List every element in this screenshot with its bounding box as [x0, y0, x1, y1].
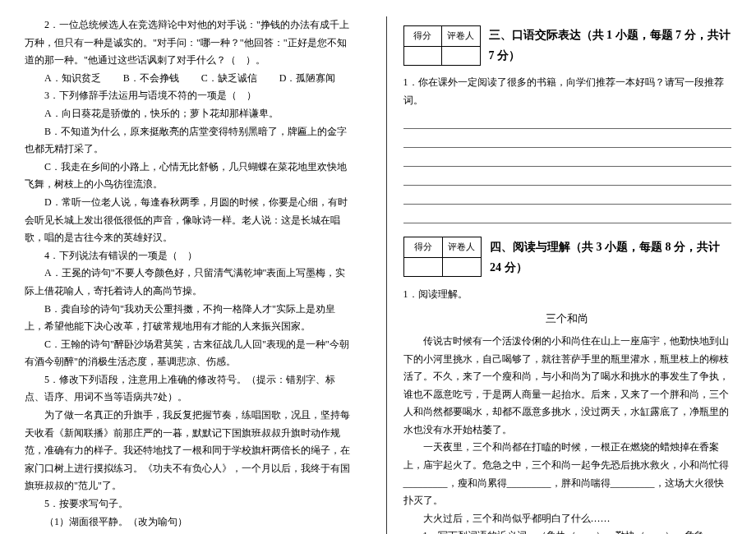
- q3-opt-a: A．向日葵花是骄傲的，快乐的；萝卜花却那样谦卑。: [25, 105, 353, 123]
- section-4-title: 四、阅读与理解（共 3 小题，每题 8 分，共计 24 分）: [490, 237, 731, 278]
- q2-opt-b: B．不会挣钱: [123, 72, 179, 84]
- section-4-header: 得分 评卷人 四、阅读与理解（共 3 小题，每题 8 分，共计 24 分）: [403, 237, 732, 278]
- q4-opt-a: A．王冕的诗句"不要人夸颜色好，只留清气满乾坤"表面上写墨梅，实际上借花喻人，寄…: [25, 265, 353, 300]
- question-2: 2．一位总统候选人在竞选辩论中对他的对手说："挣钱的办法有成千上万种，但只有一种…: [25, 16, 353, 70]
- grader-cell[interactable]: [442, 46, 481, 65]
- grader-label: 评卷人: [442, 237, 481, 258]
- question-3: 3．下列修辞手法运用与语境不符的一项是（ ）: [25, 87, 353, 105]
- right-column: 得分 评卷人 三、口语交际表达（共 1 小题，每题 7 分，共计 7 分） 1．…: [386, 16, 732, 534]
- q3-opt-d: D．常听一位老人说，每逢春秋两季，月圆的时候，你要是心细，有时会听见长城上发出很…: [25, 194, 353, 247]
- q2-opt-d: D．孤陋寡闻: [279, 72, 336, 84]
- grader-label: 评卷人: [442, 25, 481, 46]
- grader-cell[interactable]: [442, 258, 481, 277]
- answer-line[interactable]: [403, 208, 732, 223]
- q4-opt-c: C．王翰的诗句"醉卧沙场君莫笑，古来征战几人回"表现的是一种"今朝有酒今朝醉"的…: [25, 336, 353, 371]
- score-cell[interactable]: [403, 46, 442, 65]
- section-3-header: 得分 评卷人 三、口语交际表达（共 1 小题，每题 7 分，共计 7 分）: [403, 25, 732, 66]
- question-5: 5．修改下列语段，注意用上准确的修改符号。（提示：错别字、标点、语序、用词不当等…: [25, 371, 353, 407]
- s4-sub1: 1．写下列词语的近义词。（争执（ ） 勤快（ ） 危急（ ）: [403, 527, 732, 534]
- score-table: 得分 评卷人: [403, 237, 482, 277]
- q3-opt-c: C．我走在乡间的小路上，心情无比舒畅，几只蝴蝶在菜花地里欢快地飞舞，树枝上的小鸟…: [25, 159, 353, 194]
- q5-passage: 为了做一名真正的升旗手，我反复把握节奏，练唱国歌，况且，坚持每天收看《新闻联播》…: [25, 407, 353, 495]
- answer-line[interactable]: [403, 113, 732, 129]
- q2-options: A．知识贫乏 B．不会挣钱 C．缺乏诚信 D．孤陋寡闻: [25, 70, 353, 88]
- question-6: 5．按要求写句子。: [25, 495, 353, 513]
- answer-line[interactable]: [403, 132, 732, 148]
- answer-line[interactable]: [403, 151, 732, 167]
- q2-opt-a: A．知识贫乏: [44, 72, 101, 84]
- answer-line[interactable]: [403, 170, 732, 186]
- score-label: 得分: [403, 25, 442, 46]
- score-table: 得分 评卷人: [403, 25, 481, 66]
- answer-line[interactable]: [403, 189, 732, 205]
- score-label: 得分: [403, 237, 442, 258]
- question-4: 4．下列说法有错误的一项是（ ）: [25, 247, 353, 265]
- score-cell[interactable]: [403, 258, 442, 277]
- s4-q1: 1．阅读理解。: [403, 286, 732, 304]
- article-p3: 大火过后，三个和尚似乎都明白了什么……: [403, 510, 732, 528]
- left-column: 2．一位总统候选人在竞选辩论中对他的对手说："挣钱的办法有成千上万种，但只有一种…: [25, 16, 362, 534]
- q6-sub1: （1）湖面很平静。（改为喻句）: [25, 513, 353, 532]
- section-3-title: 三、口语交际表达（共 1 小题，每题 7 分，共计 7 分）: [489, 25, 731, 66]
- article-p2: 一天夜里，三个和尚都在打瞌的时候，一根正在燃烧的蜡烛掉在香案上，庙宇起火了。危急…: [403, 439, 732, 509]
- s3-q1: 1．你在课外一定阅读了很多的书籍，向学们推荐一本好吗？请写一段推荐词。: [403, 74, 732, 109]
- q2-opt-c: C．缺乏诚信: [201, 72, 257, 84]
- article-p1: 传说古时候有一个活泼伶俐的小和尚住在山上一座庙宇，他勤快地到山下的小河里挑水，自…: [403, 333, 732, 440]
- article-title: 三个和尚: [403, 309, 732, 328]
- q4-opt-b: B．龚自珍的诗句"我劝天公重抖擞，不拘一格降人才"实际上是劝皇上，希望他能下决心…: [25, 301, 353, 336]
- q3-opt-b: B．不知道为什么，原来挺敞亮的店堂变得特别黑暗了，牌匾上的金字也都无精打采了。: [25, 123, 353, 159]
